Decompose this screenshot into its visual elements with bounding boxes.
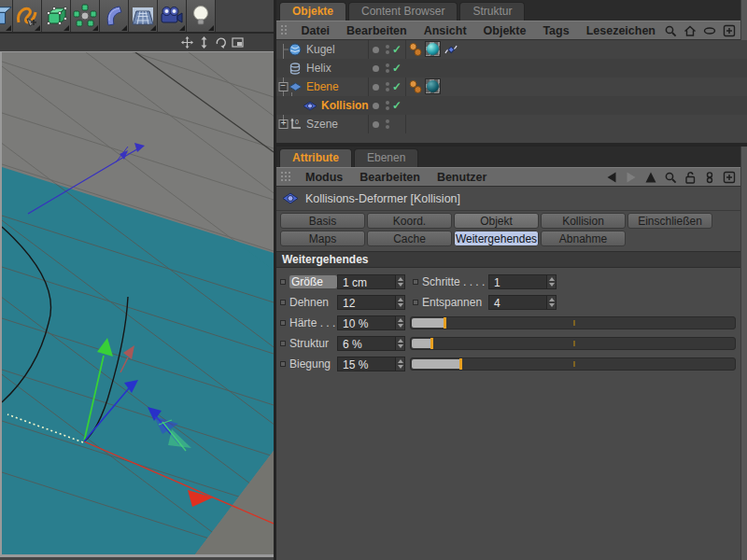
tab-ebenen[interactable]: Ebenen bbox=[354, 148, 418, 167]
layer-dot[interactable] bbox=[373, 103, 379, 109]
stepper[interactable] bbox=[395, 357, 404, 371]
align-to-spline-tag-icon[interactable] bbox=[444, 42, 458, 57]
haerte-field[interactable]: 10 % bbox=[337, 315, 405, 330]
step-up-icon[interactable] bbox=[398, 339, 403, 343]
enabled-check-icon[interactable]: ✓ bbox=[392, 80, 402, 93]
tab-button-abnahme[interactable]: Abnahme bbox=[541, 231, 626, 246]
param-label-entspannen[interactable]: Entspannen bbox=[422, 296, 488, 309]
keyframe-dot[interactable] bbox=[280, 300, 286, 305]
tab-content-browser[interactable]: Content Browser bbox=[348, 2, 458, 21]
keyframe-dot[interactable] bbox=[280, 320, 286, 326]
slider-handle[interactable] bbox=[444, 317, 446, 329]
stepper[interactable] bbox=[395, 296, 404, 309]
phong-tag-icon[interactable] bbox=[409, 79, 422, 94]
layer-dot[interactable] bbox=[373, 121, 379, 128]
entspannen-field[interactable]: 4 bbox=[488, 295, 557, 310]
step-down-icon[interactable] bbox=[398, 283, 403, 287]
stepper[interactable] bbox=[395, 337, 404, 350]
visibility-dot-editor[interactable] bbox=[386, 63, 389, 67]
array-object-icon[interactable] bbox=[71, 0, 100, 32]
up-icon[interactable] bbox=[644, 171, 657, 184]
dehnen-field[interactable]: 12 bbox=[337, 295, 405, 310]
enabled-check-icon[interactable]: ✓ bbox=[392, 43, 402, 56]
material-tag-teal[interactable] bbox=[425, 41, 441, 57]
visibility-dot-render[interactable] bbox=[386, 88, 389, 91]
visibility-dot-editor[interactable] bbox=[386, 101, 389, 105]
groesse-field[interactable]: 1 cm bbox=[337, 274, 405, 289]
slider-handle[interactable] bbox=[430, 338, 433, 349]
visibility-dot-editor[interactable] bbox=[386, 82, 389, 86]
enabled-check-icon[interactable]: ✓ bbox=[392, 99, 402, 112]
layer-dot[interactable] bbox=[373, 65, 379, 72]
tab-objekte[interactable]: Objekte bbox=[279, 2, 346, 21]
object-row-ebene[interactable]: Ebene ✓ bbox=[276, 77, 747, 96]
3d-viewport[interactable] bbox=[0, 52, 274, 557]
visibility-dot-render[interactable] bbox=[386, 50, 389, 54]
menu-tags[interactable]: Tags bbox=[534, 24, 577, 37]
panel-grip[interactable] bbox=[280, 171, 292, 183]
link-icon[interactable] bbox=[703, 171, 716, 184]
home-icon[interactable] bbox=[684, 24, 697, 37]
camera-icon[interactable] bbox=[158, 0, 187, 32]
tab-button-basis[interactable]: Basis bbox=[280, 213, 365, 229]
phong-tag-icon[interactable] bbox=[409, 42, 422, 57]
param-label-dehnen[interactable]: Dehnen bbox=[289, 296, 337, 309]
step-up-icon[interactable] bbox=[398, 318, 403, 322]
object-name[interactable]: Ebene bbox=[306, 80, 339, 93]
cube-partial-icon[interactable] bbox=[0, 0, 13, 32]
schritte-field[interactable]: 1 bbox=[488, 274, 557, 289]
slider-handle[interactable] bbox=[459, 358, 462, 370]
object-name[interactable]: Kollision bbox=[321, 99, 369, 112]
stepper[interactable] bbox=[395, 275, 404, 288]
lock-open-icon[interactable] bbox=[684, 171, 697, 184]
struktur-field[interactable]: 6 % bbox=[337, 336, 405, 351]
visibility-dot-editor[interactable] bbox=[386, 119, 389, 123]
tab-button-koord[interactable]: Koord. bbox=[367, 213, 452, 229]
enabled-check-icon[interactable]: ✓ bbox=[392, 62, 402, 75]
keyframe-dot[interactable] bbox=[413, 300, 418, 305]
layer-dot[interactable] bbox=[373, 47, 379, 53]
tab-button-maps[interactable]: Maps bbox=[280, 231, 365, 246]
visibility-dot-editor[interactable] bbox=[386, 45, 389, 49]
param-label-groesse[interactable]: Größe bbox=[289, 275, 337, 288]
eye-icon[interactable] bbox=[703, 24, 716, 37]
material-tag-dark[interactable] bbox=[425, 78, 441, 94]
search-icon[interactable] bbox=[664, 171, 677, 184]
forward-icon[interactable] bbox=[625, 171, 638, 184]
step-up-icon[interactable] bbox=[398, 298, 403, 301]
search-icon[interactable] bbox=[664, 24, 677, 37]
step-down-icon[interactable] bbox=[549, 283, 555, 287]
visibility-dot-render[interactable] bbox=[386, 106, 389, 110]
visibility-dot-render[interactable] bbox=[386, 125, 389, 129]
param-label-biegung[interactable]: Biegung bbox=[289, 357, 337, 371]
haerte-slider[interactable] bbox=[410, 316, 736, 329]
menu-ansicht[interactable]: Ansicht bbox=[416, 24, 475, 37]
cube-primitive-icon[interactable] bbox=[42, 0, 71, 32]
floor-environment-icon[interactable] bbox=[129, 0, 158, 32]
step-down-icon[interactable] bbox=[549, 303, 555, 307]
object-name[interactable]: Helix bbox=[306, 62, 331, 75]
menu-lesezeichen[interactable]: Lesezeichen bbox=[578, 24, 664, 37]
tab-struktur[interactable]: Struktur bbox=[459, 2, 525, 21]
keyframe-dot[interactable] bbox=[413, 279, 418, 285]
spline-pen-icon[interactable] bbox=[13, 0, 42, 32]
bend-deformer-icon[interactable] bbox=[100, 0, 129, 32]
step-up-icon[interactable] bbox=[549, 298, 555, 301]
object-row-kugel[interactable]: Kugel ✓ bbox=[276, 40, 747, 59]
toggle-fullscreen-view-icon[interactable] bbox=[231, 36, 244, 49]
layer-dot[interactable] bbox=[373, 84, 379, 91]
menu-benutzer[interactable]: Benutzer bbox=[429, 171, 495, 184]
stepper[interactable] bbox=[546, 296, 556, 309]
tab-attribute[interactable]: Attribute bbox=[279, 148, 352, 167]
biegung-field[interactable]: 15 % bbox=[337, 357, 405, 371]
step-down-icon[interactable] bbox=[398, 324, 403, 328]
keyframe-dot[interactable] bbox=[280, 361, 286, 367]
visibility-dot-render[interactable] bbox=[386, 69, 389, 73]
menu-datei[interactable]: Datei bbox=[293, 24, 339, 37]
tab-button-weitergehendes[interactable]: Weitergehendes bbox=[454, 231, 539, 246]
step-down-icon[interactable] bbox=[398, 365, 403, 369]
panel-grip[interactable] bbox=[280, 24, 289, 36]
menu-bearbeiten[interactable]: Bearbeiten bbox=[338, 24, 416, 37]
step-up-icon[interactable] bbox=[549, 277, 555, 281]
add-panel-icon[interactable] bbox=[723, 24, 736, 37]
